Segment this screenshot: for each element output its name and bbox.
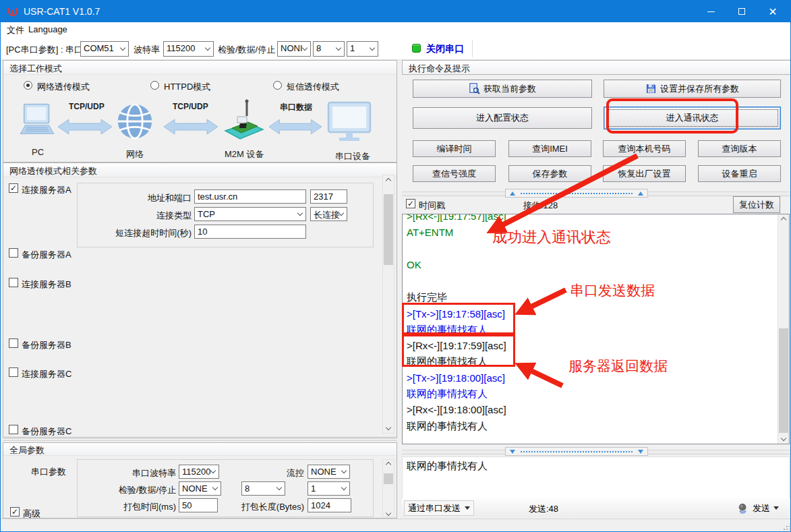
baud-select[interactable]: 115200 bbox=[163, 41, 214, 57]
maximize-button[interactable] bbox=[726, 1, 757, 22]
close-button[interactable]: ✕ bbox=[757, 1, 788, 22]
get-current-params-button[interactable]: 获取当前参数 bbox=[413, 80, 592, 98]
save-params-button[interactable]: 保存参数 bbox=[508, 165, 591, 182]
annotation-rect-enter-comm bbox=[606, 98, 738, 134]
node-label-pc: PC bbox=[32, 147, 44, 157]
chevron-down-icon bbox=[210, 468, 216, 473]
scroll-up-icon[interactable] bbox=[383, 460, 394, 469]
compile-time-button[interactable]: 编译时间 bbox=[413, 140, 496, 157]
com-port-select[interactable]: COM51 bbox=[80, 41, 129, 57]
checkbox-server-a[interactable]: ✓ bbox=[9, 183, 18, 193]
keepalive-select[interactable]: 长连接 bbox=[310, 207, 347, 221]
enter-config-state-button[interactable]: 进入配置状态 bbox=[413, 107, 592, 129]
flow-control-select[interactable]: NONE bbox=[307, 465, 350, 479]
scroll-down-icon[interactable] bbox=[383, 422, 394, 433]
send-splitter[interactable] bbox=[505, 447, 648, 456]
serial-stop-bits-select[interactable]: 1 bbox=[307, 481, 350, 496]
menu-language[interactable]: Language bbox=[28, 24, 67, 34]
reset-count-button[interactable]: 复位计数 bbox=[733, 196, 780, 213]
checkbox-label-server-c[interactable]: 连接服务器C bbox=[22, 368, 71, 380]
checkbox-label-backup-a[interactable]: 备份服务器A bbox=[22, 249, 71, 261]
radio-label-httpd-mode[interactable]: HTTPD模式 bbox=[164, 81, 210, 93]
scrollbar-thumb[interactable] bbox=[384, 194, 393, 265]
query-version-button[interactable]: 查询版本 bbox=[698, 140, 781, 157]
checkbox-timestamp[interactable]: ✓ bbox=[406, 199, 415, 208]
conn-type-select[interactable]: TCP bbox=[194, 207, 306, 221]
close-port-button[interactable]: 关闭串口 bbox=[426, 43, 464, 55]
checkbox-server-c[interactable] bbox=[9, 367, 18, 377]
log-line: >[Rx<-][19:18:00][asc] bbox=[407, 404, 506, 415]
scroll-down-icon[interactable] bbox=[778, 433, 789, 444]
query-signal-button[interactable]: 查信号强度 bbox=[413, 165, 496, 182]
splitter-dots bbox=[521, 451, 633, 452]
device-reboot-button[interactable]: 设备重启 bbox=[698, 165, 781, 182]
checkbox-label-server-b[interactable]: 连接服务器B bbox=[22, 278, 71, 291]
serial-baud-select[interactable]: 115200 bbox=[179, 465, 219, 479]
work-mode-group: 选择工作模式 网络透传模式 HTTPD模式 短信透传模式 TCP/UDP TCP… bbox=[3, 60, 397, 162]
pack-time-input[interactable]: 50 bbox=[179, 498, 218, 512]
send-input-area[interactable]: 联网的事情找有人 bbox=[402, 456, 790, 498]
section-separator bbox=[3, 440, 397, 441]
log-scrollbar[interactable] bbox=[778, 214, 789, 444]
checkbox-backup-a[interactable] bbox=[9, 248, 18, 258]
checkbox-label-backup-c[interactable]: 备份服务器C bbox=[22, 425, 71, 438]
collapse-up-icon bbox=[510, 191, 515, 196]
annotation-note-rx: 服务器返回数据 bbox=[568, 357, 668, 376]
node-label-serial: 串口设备 bbox=[335, 150, 370, 162]
radio-label-net-mode[interactable]: 网络透传模式 bbox=[37, 81, 90, 93]
double-arrow-icon bbox=[163, 117, 218, 136]
chevron-down-icon bbox=[336, 45, 341, 51]
checkbox-backup-c[interactable] bbox=[9, 425, 18, 434]
radio-net-transparent-mode[interactable] bbox=[24, 81, 32, 90]
serial-parity-select[interactable]: NONE bbox=[179, 481, 221, 496]
checkbox-label-backup-b[interactable]: 备份服务器B bbox=[22, 339, 71, 351]
scroll-up-icon[interactable] bbox=[383, 175, 394, 186]
query-local-number-button[interactable]: 查询本机号码 bbox=[603, 140, 686, 157]
net-params-scrollbar[interactable] bbox=[382, 175, 394, 434]
server-a-address-input[interactable]: test.usr.cn bbox=[194, 189, 306, 204]
menu-file[interactable]: 文件 bbox=[7, 24, 24, 36]
pack-length-label: 打包长度(Bytes) bbox=[223, 501, 304, 513]
log-splitter[interactable] bbox=[505, 189, 648, 198]
chevron-down-icon bbox=[276, 485, 282, 490]
checkbox-label-server-a[interactable]: 连接服务器A bbox=[22, 184, 71, 196]
log-line: 联网的事情找有人 bbox=[407, 420, 488, 433]
checkbox-label-timestamp[interactable]: 时间戳 bbox=[419, 200, 445, 212]
checkbox-server-b[interactable] bbox=[9, 278, 18, 287]
query-imei-button[interactable]: 查询IMEI bbox=[508, 140, 591, 157]
radio-label-sms-mode[interactable]: 短信透传模式 bbox=[287, 81, 339, 93]
set-save-all-params-button[interactable]: 设置并保存所有参数 bbox=[604, 80, 781, 98]
stop-bits-select[interactable]: 1 bbox=[347, 41, 378, 57]
server-a-port-input[interactable]: 2317 bbox=[310, 189, 347, 204]
minimize-button[interactable] bbox=[695, 1, 726, 22]
send-via-serial-label: 通过串口发送 bbox=[408, 502, 461, 514]
checkbox-advanced[interactable]: ✓ bbox=[10, 507, 20, 516]
link3-label: 串口数据 bbox=[280, 102, 312, 113]
work-mode-header: 选择工作模式 bbox=[3, 61, 397, 75]
short-conn-timeout-input[interactable]: 10 bbox=[194, 225, 306, 239]
double-arrow-icon bbox=[57, 117, 113, 136]
node-label-net: 网络 bbox=[126, 148, 144, 160]
factory-reset-button[interactable]: 恢复出厂设置 bbox=[603, 165, 686, 182]
chevron-down-icon bbox=[120, 45, 125, 51]
chevron-down-icon bbox=[205, 45, 210, 51]
send-via-serial-button[interactable]: 通过串口发送 bbox=[404, 500, 474, 516]
serial-data-bits-select[interactable]: 8 bbox=[241, 481, 285, 496]
search-doc-icon bbox=[469, 83, 480, 94]
radio-httpd-mode[interactable] bbox=[150, 81, 159, 90]
resize-grip[interactable] bbox=[783, 524, 790, 531]
serial-device-icon bbox=[326, 101, 373, 143]
global-params-scrollbar[interactable] bbox=[382, 459, 394, 517]
pack-length-input[interactable]: 1024 bbox=[307, 498, 351, 512]
parity-select[interactable]: NONI bbox=[277, 41, 311, 57]
collapse-down-icon bbox=[638, 450, 643, 454]
checkbox-backup-b[interactable] bbox=[9, 338, 18, 348]
send-input-text[interactable]: 联网的事情找有人 bbox=[407, 460, 488, 473]
data-bits-select[interactable]: 8 bbox=[313, 41, 345, 57]
radio-sms-mode[interactable] bbox=[273, 81, 282, 90]
scroll-up-icon[interactable] bbox=[778, 214, 789, 225]
scrollbar-thumb[interactable] bbox=[384, 473, 393, 484]
scroll-down-icon[interactable] bbox=[383, 508, 394, 518]
send-button[interactable]: 发送 bbox=[729, 500, 787, 516]
scrollbar-thumb[interactable] bbox=[779, 328, 788, 433]
